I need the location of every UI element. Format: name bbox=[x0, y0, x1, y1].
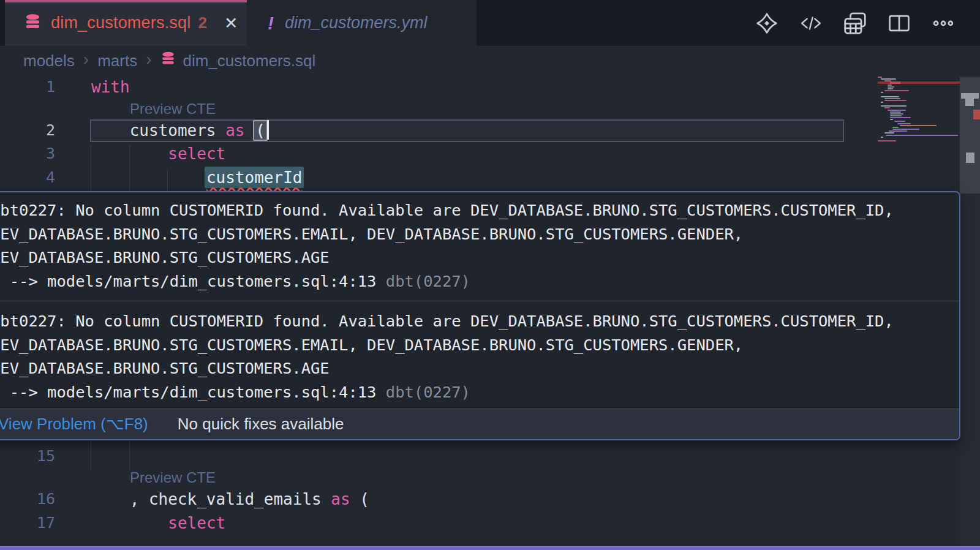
codelens-row: Preview CTE bbox=[0, 468, 980, 488]
tab-dim-customers-yml[interactable]: ! dim_customers.yml bbox=[247, 0, 477, 46]
query-results-icon[interactable] bbox=[843, 11, 867, 36]
line-number: 3 bbox=[0, 142, 55, 166]
split-editor-icon[interactable] bbox=[887, 11, 911, 36]
minimap-code-line bbox=[888, 85, 892, 86]
minimap-code-line bbox=[881, 92, 883, 93]
minimap-code-line bbox=[881, 96, 899, 97]
error-location-line: --> models/marts/dim_customers.sql:4:13 … bbox=[0, 380, 959, 404]
line-content: select bbox=[91, 511, 225, 535]
code-line[interactable]: 2customers as ( bbox=[0, 119, 980, 143]
breadcrumb: models › marts › dim_customers.sql bbox=[0, 46, 980, 75]
minimap-code-line bbox=[894, 121, 905, 122]
minimap-code-line bbox=[888, 86, 894, 88]
error-location-line: --> models/marts/dim_customers.sql:4:13 … bbox=[0, 269, 959, 293]
database-file-icon bbox=[160, 50, 176, 71]
breadcrumb-item-marts[interactable]: marts bbox=[97, 51, 137, 70]
minimap-code-line bbox=[888, 110, 906, 111]
tab-dim-customers-sql[interactable]: dim_customers.sql 2 ✕ bbox=[5, 0, 247, 46]
more-actions-icon[interactable] bbox=[931, 11, 956, 36]
line-content: customers as ( bbox=[91, 119, 269, 143]
line-number: 17 bbox=[0, 511, 55, 535]
code-line[interactable]: 3select bbox=[0, 142, 980, 166]
breadcrumb-item-file[interactable]: dim_customers.sql bbox=[160, 50, 315, 71]
error-message-line: dbt0227: No column CUSTOMERID found. Ava… bbox=[0, 198, 959, 222]
code-line[interactable]: 15 bbox=[0, 445, 980, 469]
code-preview-icon[interactable] bbox=[799, 11, 823, 36]
breadcrumb-file-label: dim_customers.sql bbox=[183, 51, 315, 70]
error-source-code: dbt(0227) bbox=[376, 272, 470, 290]
code-token: with bbox=[91, 78, 130, 96]
editor-window: dim_customers.sql 2 ✕ ! dim_customers.ym… bbox=[0, 0, 980, 550]
minimap-code-line bbox=[900, 125, 937, 126]
minimap-code-line bbox=[884, 107, 890, 108]
error-message-block: dbt0227: No column CUSTOMERID found. Ava… bbox=[0, 309, 959, 404]
overview-error-marker bbox=[973, 110, 980, 119]
close-icon[interactable]: ✕ bbox=[224, 13, 238, 33]
code-line[interactable]: 17select bbox=[0, 511, 980, 535]
overview-marker bbox=[961, 93, 979, 99]
error-message-line: DEV_DATABASE.BRUNO.STG_CUSTOMERS.AGE bbox=[0, 246, 959, 269]
code-token: , check_valid_emails bbox=[130, 490, 331, 508]
code-line[interactable]: 16, check_valid_emails as ( bbox=[0, 488, 980, 511]
minimap-code-line bbox=[881, 137, 883, 138]
tab-bar: dim_customers.sql 2 ✕ ! dim_customers.ym… bbox=[0, 0, 980, 46]
code-token: select bbox=[168, 514, 225, 532]
error-hover-popup: dbt0227: No column CUSTOMERID found. Ava… bbox=[0, 191, 960, 440]
codelens-preview-cte[interactable]: Preview CTE bbox=[130, 100, 216, 118]
overview-marker bbox=[966, 153, 974, 163]
tab-title: dim_customers.sql bbox=[51, 13, 190, 32]
minimap-code-line bbox=[884, 90, 909, 91]
codelens-row: Preview CTE bbox=[0, 99, 980, 119]
minimap-code-line bbox=[881, 78, 896, 80]
minimap-code-line bbox=[897, 123, 911, 124]
code-lines-top: 1withPreview CTE2customers as (3select4c… bbox=[0, 75, 980, 189]
error-source-code: dbt(0227) bbox=[376, 383, 470, 401]
dbt-logo-icon[interactable] bbox=[755, 11, 779, 36]
minimap-code-line bbox=[881, 105, 907, 107]
line-content: , check_valid_emails as ( bbox=[91, 488, 369, 511]
error-file-location[interactable]: --> models/marts/dim_customers.sql:4:13 bbox=[0, 272, 376, 290]
line-content: customerId bbox=[91, 166, 302, 190]
minimap-error-word bbox=[890, 81, 900, 84]
panel-resize-handle[interactable] bbox=[0, 546, 980, 550]
line-number: 1 bbox=[0, 75, 55, 99]
editor-actions bbox=[755, 0, 956, 46]
code-token: as bbox=[331, 490, 350, 508]
error-message-line: DEV_DATABASE.BRUNO.STG_CUSTOMERS.EMAIL, … bbox=[0, 333, 959, 357]
minimap-code-line bbox=[878, 77, 882, 78]
code-token: as bbox=[225, 121, 244, 140]
line-number: 4 bbox=[0, 166, 55, 190]
minimap-code-line bbox=[890, 117, 911, 118]
minimap-code-line bbox=[886, 135, 958, 136]
error-message-line: DEV_DATABASE.BRUNO.STG_CUSTOMERS.AGE bbox=[0, 356, 959, 380]
code-line[interactable]: 4customerId bbox=[0, 166, 980, 190]
minimap-code-line bbox=[884, 132, 894, 134]
code-editor[interactable]: 1withPreview CTE2customers as (3select4c… bbox=[0, 75, 980, 546]
minimap-error-line bbox=[878, 81, 960, 84]
database-file-icon bbox=[23, 12, 42, 34]
line-number: 16 bbox=[0, 488, 55, 511]
popup-divider bbox=[0, 301, 959, 301]
overview-marker bbox=[965, 99, 974, 106]
code-token: select bbox=[168, 145, 225, 163]
error-message-block: dbt0227: No column CUSTOMERID found. Ava… bbox=[0, 198, 959, 293]
minimap-code-line bbox=[884, 98, 900, 99]
error-file-location[interactable]: --> models/marts/dim_customers.sql:4:13 bbox=[0, 383, 376, 401]
code-token: customers bbox=[130, 121, 226, 140]
code-line[interactable]: 1with bbox=[0, 75, 980, 99]
minimap-code-line bbox=[890, 111, 901, 113]
popup-status-bar: View Problem (⌥F8) No quick fixes availa… bbox=[0, 409, 959, 439]
minimap-code-line bbox=[884, 100, 907, 101]
error-message-line: dbt0227: No column CUSTOMERID found. Ava… bbox=[0, 309, 959, 333]
view-problem-link[interactable]: View Problem (⌥F8) bbox=[0, 415, 148, 434]
breadcrumb-item-models[interactable]: models bbox=[23, 51, 75, 70]
overview-ruler[interactable] bbox=[960, 75, 980, 546]
tab-title: dim_customers.yml bbox=[285, 13, 428, 32]
minimap-code-line bbox=[889, 130, 907, 132]
codelens-preview-cte[interactable]: Preview CTE bbox=[130, 469, 216, 486]
line-content: with bbox=[91, 75, 130, 99]
text-cursor bbox=[267, 120, 269, 140]
no-quick-fixes-label: No quick fixes available bbox=[178, 415, 344, 434]
error-message-line: DEV_DATABASE.BRUNO.STG_CUSTOMERS.EMAIL, … bbox=[0, 222, 959, 246]
error-token: customerId bbox=[205, 167, 304, 188]
